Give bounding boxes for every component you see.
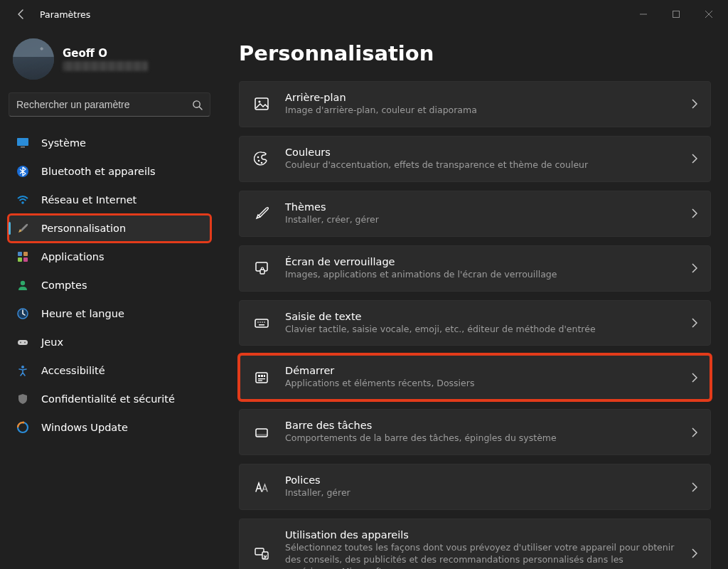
card-list: Arrière-plan Image d'arrière-plan, coule… <box>239 81 711 569</box>
brush-icon <box>252 204 271 223</box>
svg-point-21 <box>258 160 260 162</box>
back-button[interactable] <box>11 4 31 24</box>
nav-applications[interactable]: Applications <box>9 243 210 270</box>
card-themes[interactable]: Thèmes Installer, créer, gérer <box>239 191 711 237</box>
nav-accessibility[interactable]: Accessibilité <box>9 357 210 384</box>
gamepad-icon <box>16 335 30 349</box>
chevron-right-icon <box>692 373 697 383</box>
nav-gaming[interactable]: Jeux <box>9 329 210 356</box>
card-title: Couleurs <box>285 147 678 158</box>
card-desc: Installer, créer, gérer <box>285 214 678 226</box>
card-title: Écran de verrouillage <box>285 256 678 267</box>
chevron-right-icon <box>692 154 697 164</box>
card-desc: Comportements de la barre des tâches, ép… <box>285 432 678 445</box>
chevron-right-icon <box>692 318 697 328</box>
svg-rect-2 <box>17 138 28 146</box>
card-title: Saisie de texte <box>285 311 678 322</box>
nav-label: Jeux <box>41 336 63 348</box>
search-input[interactable] <box>16 99 192 110</box>
nav-label: Réseau et Internet <box>41 194 136 206</box>
card-colors[interactable]: Couleurs Couleur d'accentuation, effets … <box>239 136 711 182</box>
apps-icon <box>16 250 30 264</box>
nav-time-language[interactable]: Heure et langue <box>9 300 210 327</box>
card-desc: Couleur d'accentuation, effets de transp… <box>285 159 678 171</box>
taskbar-icon <box>252 423 271 442</box>
window-controls <box>627 3 725 26</box>
nav-system[interactable]: Système <box>9 129 210 156</box>
search-icon <box>192 100 203 110</box>
card-fonts[interactable]: Polices Installer, gérer <box>239 464 711 510</box>
nav-accounts[interactable]: Comptes <box>9 272 210 299</box>
svg-rect-32 <box>258 375 260 377</box>
nav-bluetooth[interactable]: Bluetooth et appareils <box>9 158 210 185</box>
svg-point-20 <box>257 156 259 159</box>
nav-privacy[interactable]: Confidentialité et sécurité <box>9 385 210 413</box>
search-box[interactable] <box>9 92 210 117</box>
chevron-right-icon <box>692 548 697 558</box>
minimize-button[interactable] <box>627 3 660 26</box>
main-content: Personnalisation Arrière-plan Image d'ar… <box>219 28 728 569</box>
svg-rect-33 <box>261 375 263 377</box>
card-lock-screen[interactable]: Écran de verrouillage Images, applicatio… <box>239 245 711 292</box>
svg-rect-12 <box>18 340 28 345</box>
svg-point-15 <box>21 366 24 368</box>
user-name: Geoff O <box>63 47 148 60</box>
card-device-usage[interactable]: Utilisation des appareils Sélectionnez t… <box>239 519 711 569</box>
user-block[interactable]: Geoff O <box>9 33 210 92</box>
start-icon <box>252 368 271 387</box>
avatar <box>13 38 54 80</box>
app-title: Paramètres <box>40 9 90 20</box>
svg-rect-36 <box>258 380 262 381</box>
svg-rect-6 <box>18 252 22 256</box>
lock-screen-icon <box>252 259 271 277</box>
svg-point-22 <box>261 162 263 164</box>
svg-rect-25 <box>255 319 268 327</box>
chevron-right-icon <box>692 427 697 437</box>
fonts-icon <box>252 478 271 496</box>
page-title: Personnalisation <box>239 41 711 65</box>
update-icon <box>16 420 30 435</box>
svg-rect-7 <box>23 252 28 256</box>
svg-rect-31 <box>256 373 267 383</box>
nav-label: Comptes <box>41 280 87 291</box>
card-text-input[interactable]: Saisie de texte Clavier tactile, saisie … <box>239 300 711 346</box>
svg-point-13 <box>20 342 21 344</box>
nav-personalization[interactable]: Personnalisation <box>9 215 210 242</box>
keyboard-icon <box>252 314 271 332</box>
card-taskbar[interactable]: Barre des tâches Comportements de la bar… <box>239 409 711 455</box>
svg-rect-8 <box>18 257 22 262</box>
nav-label: Accessibilité <box>41 365 105 376</box>
card-desc: Sélectionnez toutes les façons dont vous… <box>285 542 678 569</box>
svg-point-19 <box>258 101 260 103</box>
svg-point-26 <box>257 321 259 323</box>
card-desc: Images, applications et animations de l'… <box>285 269 678 281</box>
chevron-right-icon <box>692 263 697 273</box>
card-start[interactable]: Démarrer Applications et éléments récent… <box>239 354 711 400</box>
chevron-right-icon <box>692 208 697 218</box>
card-title: Thèmes <box>285 201 678 213</box>
chevron-right-icon <box>692 482 697 492</box>
nav-network[interactable]: Réseau et Internet <box>9 186 210 213</box>
svg-rect-38 <box>256 434 267 437</box>
nav-label: Système <box>41 137 86 149</box>
maximize-button[interactable] <box>660 3 692 26</box>
svg-rect-18 <box>255 98 268 110</box>
shield-icon <box>16 392 30 406</box>
display-icon <box>16 136 30 150</box>
palette-icon <box>252 149 271 168</box>
device-usage-icon <box>252 544 271 563</box>
clock-globe-icon <box>16 307 30 321</box>
svg-point-1 <box>193 100 200 107</box>
svg-rect-0 <box>673 11 680 18</box>
svg-point-5 <box>21 201 24 204</box>
nav-label: Bluetooth et appareils <box>41 166 156 177</box>
card-desc: Applications et éléments récents, Dossie… <box>285 378 678 390</box>
bluetooth-icon <box>16 164 30 179</box>
image-icon <box>252 95 271 113</box>
person-icon <box>16 278 30 292</box>
close-button[interactable] <box>692 3 725 26</box>
nav-label: Applications <box>41 251 105 262</box>
card-background[interactable]: Arrière-plan Image d'arrière-plan, coule… <box>239 81 711 127</box>
svg-point-14 <box>24 342 26 344</box>
nav-windows-update[interactable]: Windows Update <box>9 414 210 441</box>
